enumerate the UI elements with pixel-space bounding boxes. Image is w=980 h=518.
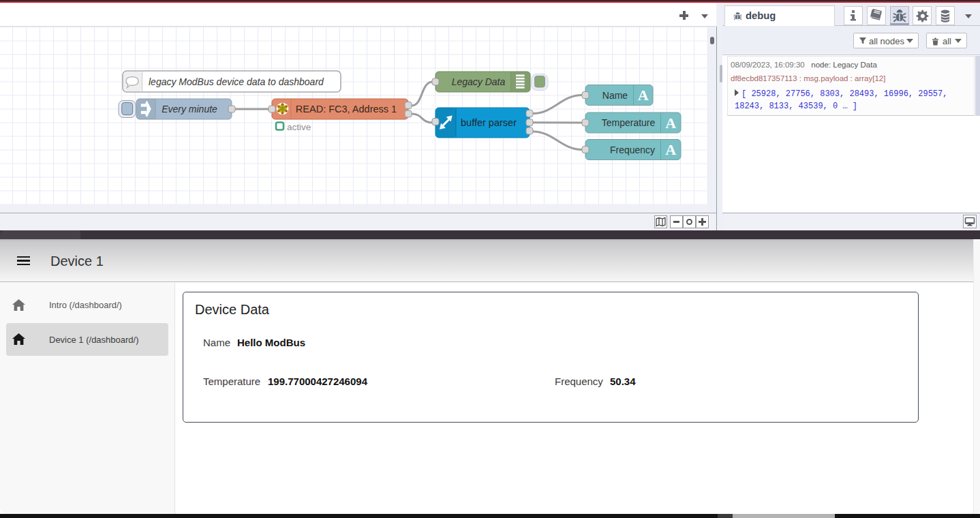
svg-text:Temperature: Temperature — [602, 117, 656, 128]
svg-text:A: A — [638, 87, 649, 104]
svg-text:A: A — [665, 115, 676, 132]
svg-text:buffer parser: buffer parser — [461, 117, 517, 128]
svg-text:legacy ModBus device data to d: legacy ModBus device data to dashboard — [149, 76, 324, 87]
svg-text:Every minute: Every minute — [162, 104, 217, 115]
svg-text:Legacy Data: Legacy Data — [452, 76, 506, 87]
svg-text:Name: Name — [602, 90, 628, 101]
svg-text:Frequency: Frequency — [610, 144, 655, 155]
svg-text:READ: FC3, Address 1: READ: FC3, Address 1 — [296, 104, 397, 115]
svg-text:A: A — [665, 141, 676, 158]
svg-text:active: active — [287, 122, 311, 132]
